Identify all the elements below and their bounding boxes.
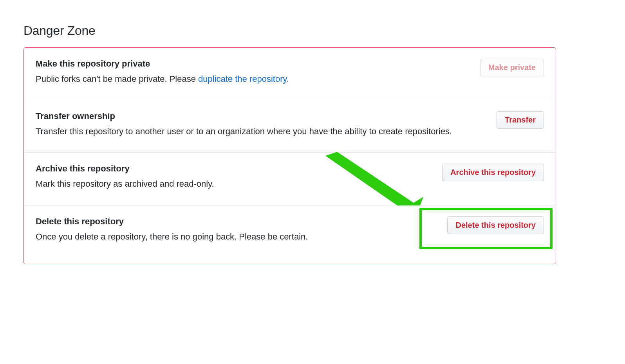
make-private-text: Make this repository private Public fork… xyxy=(36,59,480,86)
delete-row: Delete this repository Once you delete a… xyxy=(24,205,556,264)
transfer-desc: Transfer this repository to another user… xyxy=(36,124,489,138)
archive-desc: Mark this repository as archived and rea… xyxy=(36,177,434,191)
delete-text: Delete this repository Once you delete a… xyxy=(36,216,447,243)
archive-text: Archive this repository Mark this reposi… xyxy=(36,164,442,191)
make-private-desc-suffix: . xyxy=(287,74,289,84)
danger-zone-box: Make this repository private Public fork… xyxy=(23,47,556,264)
danger-zone-section: Danger Zone Make this repository private… xyxy=(23,23,556,264)
transfer-title: Transfer ownership xyxy=(36,111,489,121)
make-private-row: Make this repository private Public fork… xyxy=(24,48,556,100)
make-private-title: Make this repository private xyxy=(36,59,472,69)
delete-button[interactable]: Delete this repository xyxy=(447,216,544,234)
make-private-desc: Public forks can't be made private. Plea… xyxy=(36,72,472,86)
make-private-button: Make private xyxy=(480,59,544,76)
section-heading: Danger Zone xyxy=(23,23,556,38)
archive-button[interactable]: Archive this repository xyxy=(442,164,544,181)
transfer-text: Transfer ownership Transfer this reposit… xyxy=(36,111,497,138)
archive-title: Archive this repository xyxy=(36,164,434,174)
transfer-row: Transfer ownership Transfer this reposit… xyxy=(24,100,556,153)
archive-row: Archive this repository Mark this reposi… xyxy=(24,153,556,205)
delete-desc: Once you delete a repository, there is n… xyxy=(36,230,439,243)
duplicate-repo-link[interactable]: duplicate the repository xyxy=(198,74,287,84)
transfer-button[interactable]: Transfer xyxy=(497,111,544,129)
make-private-desc-prefix: Public forks can't be made private. Plea… xyxy=(36,74,198,84)
delete-title: Delete this repository xyxy=(36,216,439,227)
